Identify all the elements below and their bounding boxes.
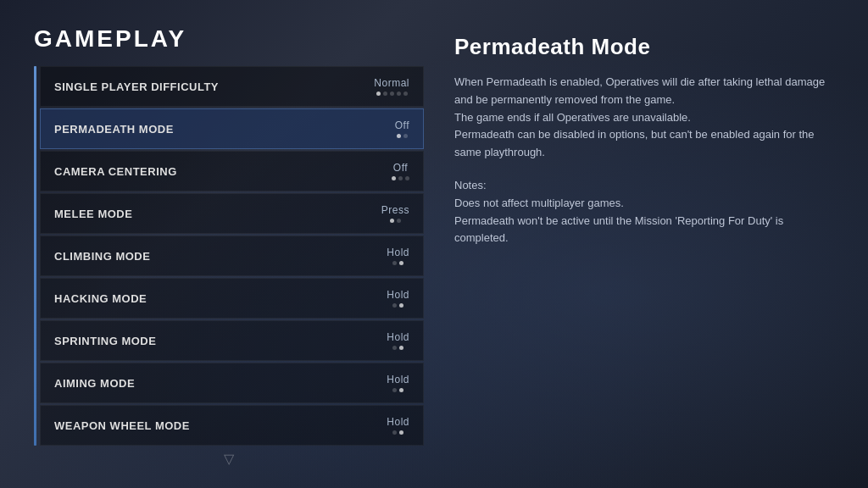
setting-dots xyxy=(392,346,403,350)
setting-value: Hold xyxy=(387,416,409,428)
right-panel: Permadeath Mode When Permadeath is enabl… xyxy=(424,25,834,467)
setting-row[interactable]: Aiming ModeHold xyxy=(40,363,424,403)
dot xyxy=(398,176,403,180)
setting-value: Hold xyxy=(387,374,409,385)
main-content: GAMEPLAY Single Player DifficultyNormalP… xyxy=(0,0,868,484)
setting-value-wrap: Normal xyxy=(374,77,409,96)
setting-value: Off xyxy=(393,162,408,174)
setting-row[interactable]: Climbing ModeHold xyxy=(40,236,424,276)
dot xyxy=(392,261,397,265)
dot xyxy=(392,388,397,392)
section-title: GAMEPLAY xyxy=(34,25,424,53)
dot xyxy=(399,261,403,265)
dot xyxy=(376,92,381,96)
setting-value: Hold xyxy=(387,247,409,258)
dot xyxy=(390,219,394,223)
dot xyxy=(390,92,394,96)
footer: ✕ Reset to Defaults ○ Back xyxy=(0,484,868,488)
dot xyxy=(383,92,387,96)
left-panel: GAMEPLAY Single Player DifficultyNormalP… xyxy=(34,25,424,467)
setting-dots xyxy=(392,388,403,392)
vertical-bar xyxy=(34,66,36,446)
setting-name: Melee Mode xyxy=(54,208,132,220)
setting-value: Off xyxy=(395,119,409,131)
dot xyxy=(403,92,408,96)
setting-name: Weapon Wheel Mode xyxy=(54,419,190,432)
setting-dots xyxy=(376,92,408,96)
setting-name: Permadeath Mode xyxy=(54,123,174,136)
settings-list: Single Player DifficultyNormalPermadeath… xyxy=(40,66,424,446)
setting-value-wrap: Off xyxy=(395,119,409,138)
setting-value-wrap: Hold xyxy=(387,289,409,308)
dot xyxy=(399,430,403,435)
dot xyxy=(399,388,403,392)
detail-title: Permadeath Mode xyxy=(454,34,834,60)
setting-value-wrap: Off xyxy=(392,162,409,180)
setting-row[interactable]: Single Player DifficultyNormal xyxy=(40,66,424,107)
main-container: GAMEPLAY Single Player DifficultyNormalP… xyxy=(0,0,868,488)
setting-row[interactable]: Hacking ModeHold xyxy=(40,278,424,319)
dot xyxy=(397,134,401,138)
dot xyxy=(397,219,401,223)
setting-dots xyxy=(392,430,403,435)
setting-dots xyxy=(392,303,403,308)
setting-row[interactable]: Melee ModePress xyxy=(40,193,424,234)
dot xyxy=(403,134,408,138)
setting-name: Single Player Difficulty xyxy=(54,80,219,93)
setting-dots xyxy=(397,134,408,138)
setting-value: Press xyxy=(381,204,409,216)
setting-name: Camera Centering xyxy=(54,165,177,178)
setting-value: Hold xyxy=(387,331,409,343)
setting-value-wrap: Hold xyxy=(387,374,409,392)
setting-dots xyxy=(390,219,401,223)
setting-value: Hold xyxy=(387,289,409,301)
setting-name: Climbing Mode xyxy=(54,250,150,263)
setting-row[interactable]: Camera CenteringOff xyxy=(40,151,424,191)
scroll-indicator: ▽ xyxy=(34,451,424,467)
setting-value: Normal xyxy=(374,77,409,89)
setting-value-wrap: Hold xyxy=(387,247,409,265)
detail-description: When Permadeath is enabled, Operatives w… xyxy=(454,74,834,162)
setting-name: Aiming Mode xyxy=(54,377,135,390)
setting-row[interactable]: Permadeath ModeOff xyxy=(40,108,424,149)
dot xyxy=(392,176,396,180)
setting-name: Sprinting Mode xyxy=(54,335,156,347)
dot xyxy=(405,176,409,180)
left-panel-inner: Single Player DifficultyNormalPermadeath… xyxy=(34,66,424,446)
setting-value-wrap: Press xyxy=(381,204,409,223)
dot xyxy=(397,92,401,96)
dot xyxy=(392,303,397,308)
setting-value-wrap: Hold xyxy=(387,331,409,350)
setting-name: Hacking Mode xyxy=(54,292,147,305)
dot xyxy=(399,346,403,350)
setting-dots xyxy=(392,261,403,265)
setting-row[interactable]: Weapon Wheel ModeHold xyxy=(40,405,424,446)
dot xyxy=(392,430,397,435)
detail-notes: Notes: Does not affect multiplayer games… xyxy=(454,177,834,247)
setting-value-wrap: Hold xyxy=(387,416,409,435)
setting-dots xyxy=(392,176,409,180)
setting-row[interactable]: Sprinting ModeHold xyxy=(40,320,424,361)
dot xyxy=(399,303,403,308)
dot xyxy=(392,346,397,350)
